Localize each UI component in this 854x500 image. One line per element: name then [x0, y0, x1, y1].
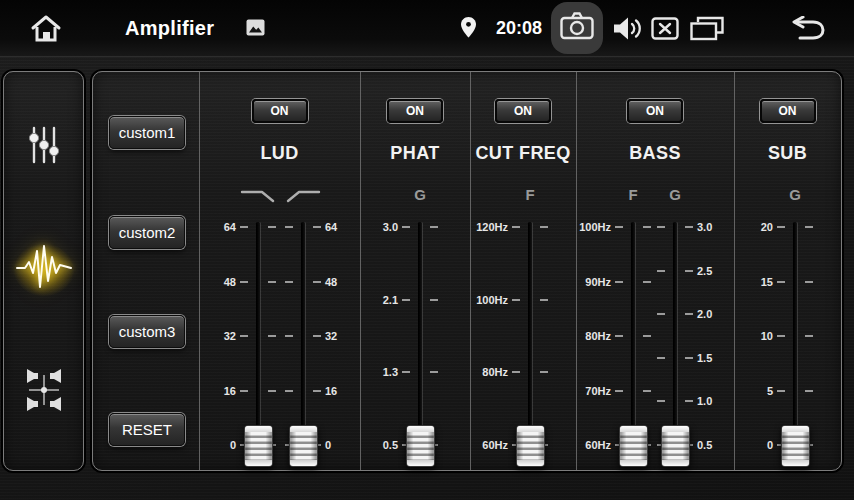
phat-on-button[interactable]: ON	[387, 99, 443, 123]
tick-label: 0	[325, 440, 331, 451]
tick-label: 1.0	[697, 396, 712, 407]
tick-mark	[777, 281, 785, 283]
location-pin-icon	[461, 17, 476, 38]
speaker-balance-icon	[22, 367, 66, 417]
volume-button[interactable]	[612, 15, 643, 42]
tick-mark	[643, 226, 651, 228]
equalizer-sliders-icon	[26, 125, 62, 169]
lud-fader-thumb-1[interactable]	[289, 425, 318, 467]
sub-on-button[interactable]: ON	[760, 99, 816, 123]
cutfreq-fader-thumb-0[interactable]	[516, 425, 545, 467]
clock: 20:08	[496, 0, 542, 56]
back-button[interactable]	[786, 16, 826, 41]
tick-mark	[313, 390, 321, 392]
tick-mark	[615, 335, 623, 337]
tick-mark	[615, 226, 623, 228]
tick-mark	[313, 226, 321, 228]
channel-bass: ONBASSF100Hz90Hz80Hz70Hz60HzG3.02.52.01.…	[576, 72, 734, 470]
cutfreq-fader-track-0[interactable]	[529, 222, 532, 459]
tick-mark	[512, 299, 520, 301]
tick-label: 60Hz	[585, 440, 611, 451]
tick-mark	[313, 335, 321, 337]
bass-band-label-1: G	[650, 186, 700, 203]
tick-mark	[643, 281, 651, 283]
sub-title: SUB	[734, 143, 841, 164]
tick-mark	[430, 299, 438, 301]
gallery-icon	[246, 19, 265, 36]
tick-label: 70Hz	[585, 385, 611, 396]
tick-label: 32	[325, 331, 337, 342]
tick-label: 0.5	[383, 440, 398, 451]
bass-on-button[interactable]: ON	[627, 99, 683, 123]
bass-fader-track-0[interactable]	[632, 222, 635, 459]
tick-label: 20	[761, 222, 773, 233]
bass-fader-thumb-0[interactable]	[619, 425, 648, 467]
lud-on-button[interactable]: ON	[252, 99, 308, 123]
preset-button-custom3[interactable]: custom3	[109, 315, 185, 348]
tick-label: 1.5	[697, 352, 712, 363]
waveform-icon	[15, 242, 73, 298]
tick-mark	[268, 390, 276, 392]
tick-label: 15	[761, 276, 773, 287]
tick-label: 80Hz	[585, 331, 611, 342]
channel-sub: ONSUBG20151050	[734, 72, 841, 470]
phat-fader-track-0[interactable]	[419, 222, 422, 459]
tick-label: 3.0	[697, 222, 712, 233]
lud-fader-thumb-0[interactable]	[244, 425, 273, 467]
preset-button-custom2[interactable]: custom2	[109, 216, 185, 249]
close-app-button[interactable]	[651, 17, 679, 40]
tick-mark	[777, 335, 785, 337]
tick-label: 100Hz	[476, 294, 508, 305]
lud-fader-track-0[interactable]	[257, 222, 260, 459]
sidebar-item-sound-effects[interactable]	[4, 238, 83, 302]
tick-mark	[657, 313, 665, 315]
lud-title: LUD	[199, 143, 360, 164]
tick-label: 10	[761, 331, 773, 342]
recent-apps-button[interactable]	[690, 16, 724, 41]
sidebar-item-speaker-balance[interactable]	[4, 368, 83, 416]
preset-button-reset[interactable]: RESET	[109, 413, 185, 446]
bass-fader-thumb-1[interactable]	[661, 425, 690, 467]
sidebar-item-equalizer[interactable]	[4, 125, 83, 169]
phat-band-label-0: G	[395, 186, 445, 203]
tick-label: 32	[224, 331, 236, 342]
page-title: Amplifier	[125, 0, 214, 56]
tick-mark	[685, 400, 693, 402]
tick-label: 16	[325, 385, 337, 396]
tick-mark	[777, 390, 785, 392]
tick-mark	[240, 281, 248, 283]
tick-label: 80Hz	[482, 367, 508, 378]
tick-mark	[285, 335, 293, 337]
screenshot-button[interactable]	[551, 2, 603, 54]
sub-fader-track-0[interactable]	[794, 222, 797, 459]
tick-label: 60Hz	[482, 440, 508, 451]
tick-label: 2.1	[383, 294, 398, 305]
tick-mark	[240, 390, 248, 392]
tick-mark	[240, 335, 248, 337]
gallery-button[interactable]	[246, 19, 265, 36]
phat-title: PHAT	[360, 143, 470, 164]
bass-fader-track-1[interactable]	[674, 222, 677, 459]
tick-label: 90Hz	[585, 276, 611, 287]
amplifier-panel: custom1custom2custom3RESETONLUD644832160…	[92, 71, 842, 471]
tick-mark	[805, 226, 813, 228]
tick-mark	[657, 270, 665, 272]
preset-button-custom1[interactable]: custom1	[109, 116, 185, 149]
tick-label: 120Hz	[476, 222, 508, 233]
tick-mark	[268, 335, 276, 337]
camera-icon	[560, 12, 594, 44]
tick-mark	[402, 299, 410, 301]
shelf-up-curve-icon	[285, 188, 321, 204]
tick-mark	[643, 335, 651, 337]
tick-mark	[512, 371, 520, 373]
home-button[interactable]	[30, 13, 62, 43]
tick-mark	[805, 281, 813, 283]
tick-label: 2.0	[697, 309, 712, 320]
cutfreq-on-button[interactable]: ON	[495, 99, 551, 123]
tick-label: 2.5	[697, 265, 712, 276]
lud-fader-track-1[interactable]	[302, 222, 305, 459]
phat-fader-thumb-0[interactable]	[406, 425, 435, 467]
tick-mark	[402, 226, 410, 228]
sub-fader-thumb-0[interactable]	[781, 425, 810, 467]
tick-label: 48	[224, 276, 236, 287]
